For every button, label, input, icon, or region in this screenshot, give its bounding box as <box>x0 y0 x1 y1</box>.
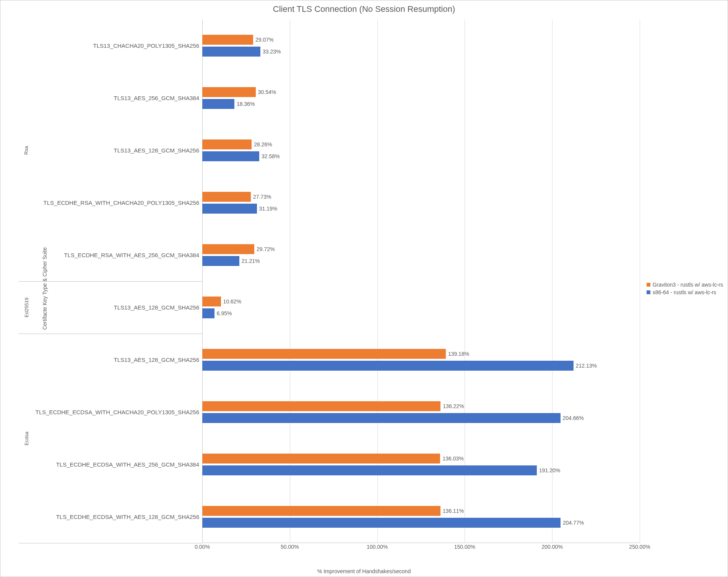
bar-value-label: 139.18% <box>446 349 469 359</box>
bar-graviton <box>202 401 440 411</box>
bar-value-label: 136.11% <box>440 506 464 516</box>
chart-frame: Client TLS Connection (No Session Resump… <box>0 0 728 577</box>
bar-x86 <box>202 99 234 109</box>
group-separator <box>19 334 202 334</box>
bar-value-label: 136.03% <box>440 454 463 464</box>
bar-value-label: 29.72% <box>254 244 275 254</box>
plot-area: RsaEd25519Ecdsa TLS13_CHACHA20_POLY1305_… <box>19 19 640 543</box>
cipher-label: TLS13_AES_128_GCM_SHA256 <box>34 124 199 177</box>
bar-value-label: 33.23% <box>260 47 281 57</box>
bar-graviton <box>202 244 254 254</box>
bar-value-label: 136.22% <box>440 401 464 411</box>
bar-x86 <box>202 465 537 475</box>
x-tick-label: 100.00% <box>367 544 388 550</box>
group-label: Ed25519 <box>19 281 34 334</box>
group-label: Ecdsa <box>19 334 34 543</box>
bar-graviton <box>202 506 440 516</box>
bar-value-label: 29.07% <box>253 35 273 45</box>
x-tick-label: 0.00% <box>195 544 210 550</box>
gridline <box>465 19 465 543</box>
x-axis-title: % Improvement of Handshakes/second <box>0 568 728 574</box>
bar-value-label: 31.19% <box>257 204 277 214</box>
cipher-label: TLS_ECDHE_ECDSA_WITH_AES_256_GCM_SHA384 <box>34 438 199 491</box>
bar-graviton <box>202 35 253 45</box>
x-tick-label: 200.00% <box>542 544 563 550</box>
legend-item-x86: x86-64 - rustls w/ aws-lc-rs <box>647 289 723 295</box>
bar-x86 <box>202 47 260 57</box>
legend-swatch-graviton <box>647 283 650 287</box>
cipher-label: TLS_ECDHE_ECDSA_WITH_AES_128_GCM_SHA256 <box>34 491 199 543</box>
gridline <box>552 19 552 543</box>
cipher-label: TLS13_AES_128_GCM_SHA256 <box>34 334 199 386</box>
bar-x86 <box>202 204 257 214</box>
cipher-label: TLS13_CHACHA20_POLY1305_SHA256 <box>34 19 199 72</box>
bar-x86 <box>202 518 561 528</box>
gridline <box>640 19 640 543</box>
bar-value-label: 204.77% <box>561 518 584 528</box>
bar-value-label: 18.36% <box>234 99 255 109</box>
legend-item-graviton: Graviton3 - rustls w/ aws-lc-rs <box>647 282 723 288</box>
legend-swatch-x86 <box>647 290 650 294</box>
bar-x86 <box>202 413 561 423</box>
bar-graviton <box>202 87 256 97</box>
group-separator <box>19 281 202 282</box>
bar-value-label: 21.21% <box>239 256 260 266</box>
bar-value-label: 27.73% <box>251 192 271 202</box>
bar-value-label: 32.58% <box>259 151 280 161</box>
chart-title: Client TLS Connection (No Session Resump… <box>0 4 728 14</box>
x-tick-label: 250.00% <box>629 544 650 550</box>
legend-label-graviton: Graviton3 - rustls w/ aws-lc-rs <box>653 282 723 288</box>
x-tick-label: 150.00% <box>454 544 475 550</box>
axis-bottom-separator <box>19 543 202 543</box>
bar-graviton <box>202 192 251 202</box>
bar-value-label: 10.62% <box>221 297 241 306</box>
legend: Graviton3 - rustls w/ aws-lc-rs x86-64 -… <box>647 280 723 297</box>
bar-graviton <box>202 139 252 149</box>
bar-graviton <box>202 297 221 306</box>
bar-value-label: 28.26% <box>252 139 272 149</box>
bar-value-label: 191.20% <box>537 465 560 475</box>
gridline <box>377 19 378 543</box>
cipher-label: TLS_ECDHE_RSA_WITH_CHACHA20_POLY1305_SHA… <box>34 177 199 229</box>
cipher-label: TLS_ECDHE_ECDSA_WITH_CHACHA20_POLY1305_S… <box>34 386 199 438</box>
x-tick-label: 50.00% <box>281 544 299 550</box>
x-tick-row: 0.00%50.00%100.00%150.00%200.00%250.00% <box>202 543 640 554</box>
gridline <box>202 19 203 543</box>
group-label: Rsa <box>19 19 34 281</box>
cipher-label: TLS13_AES_256_GCM_SHA384 <box>34 72 199 124</box>
plot-area-wrap: RsaEd25519Ecdsa TLS13_CHACHA20_POLY1305_… <box>19 19 640 554</box>
bar-value-label: 212.13% <box>574 361 597 371</box>
cipher-label: TLS_ECDHE_RSA_WITH_AES_256_GCM_SHA384 <box>34 229 199 281</box>
bar-x86 <box>202 151 259 161</box>
cipher-label: TLS13_AES_128_GCM_SHA256 <box>34 281 199 334</box>
bar-x86 <box>202 308 214 318</box>
bars-area: 29.07%33.23%30.54%18.36%28.26%32.58%27.7… <box>202 19 640 543</box>
bar-graviton <box>202 454 440 464</box>
bar-value-label: 204.66% <box>561 413 584 423</box>
bar-graviton <box>202 349 446 359</box>
bar-value-label: 30.54% <box>256 87 276 97</box>
bar-x86 <box>202 256 239 266</box>
legend-label-x86: x86-64 - rustls w/ aws-lc-rs <box>653 289 716 295</box>
gridline <box>290 19 290 543</box>
bar-value-label: 6.95% <box>214 308 232 318</box>
bar-x86 <box>202 361 574 371</box>
